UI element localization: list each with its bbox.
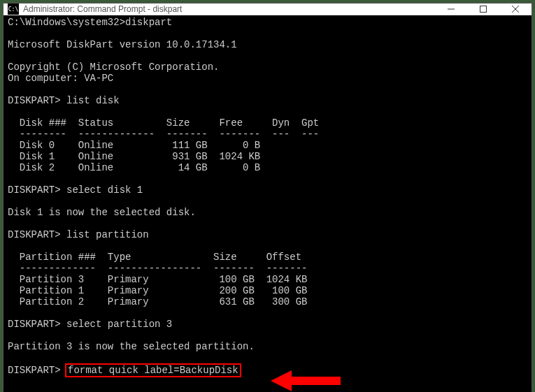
copyright-line: Copyright (C) Microsoft Corporation. [8, 61, 219, 73]
cmd-select-partition: select partition 3 [66, 319, 172, 330]
app-icon-label: C:\ [8, 6, 18, 13]
app-icon: C:\ [8, 3, 19, 15]
cmd-list-partition: list partition [66, 229, 149, 240]
prompt-path: C:\Windows\system32> [8, 17, 125, 28]
window-title: Administrator: Command Prompt - diskpart [23, 4, 435, 14]
disk-header: Disk ### Status Size Free Dyn Gpt [8, 117, 319, 129]
minimize-icon [448, 6, 455, 13]
dp-prompt: DISKPART> [8, 184, 66, 196]
arrow-icon [271, 367, 341, 392]
disk-divider: -------- ------------- ------- ------- -… [8, 129, 319, 140]
window-controls [435, 3, 532, 15]
part-divider: ------------- ---------------- ------- -… [8, 263, 307, 274]
maximize-icon [480, 6, 487, 13]
table-row: Disk 2 Online 14 GB 0 B [8, 162, 260, 173]
cmd-list-disk: list disk [66, 95, 120, 106]
version-line: Microsoft DiskPart version 10.0.17134.1 [8, 39, 237, 50]
part-header: Partition ### Type Size Offset [8, 252, 301, 263]
titlebar[interactable]: C:\ Administrator: Command Prompt - disk… [3, 3, 532, 15]
cmd-select-disk: select disk 1 [66, 184, 143, 196]
annotation-arrow [259, 356, 329, 384]
cmd-format: format quick label=BackupDisk [68, 365, 238, 376]
maximize-button[interactable] [467, 3, 499, 15]
select-part-result: Partition 3 is now the selected partitio… [8, 341, 255, 352]
dp-prompt: DISKPART> [8, 365, 66, 376]
dp-prompt: DISKPART> [8, 95, 66, 106]
minimize-button[interactable] [435, 3, 467, 15]
dp-prompt: DISKPART> [8, 229, 66, 240]
table-row: Partition 2 Primary 631 GB 300 GB [8, 296, 307, 307]
terminal-output[interactable]: C:\Windows\system32>diskpart Microsoft D… [3, 15, 532, 392]
cmd-diskpart: diskpart [125, 17, 172, 28]
table-row: Disk 1 Online 931 GB 1024 KB [8, 151, 260, 162]
table-row: Disk 0 Online 111 GB 0 B [8, 140, 260, 151]
command-prompt-window: C:\ Administrator: Command Prompt - disk… [3, 3, 532, 389]
select-disk-result: Disk 1 is now the selected disk. [8, 207, 196, 218]
highlighted-command: format quick label=BackupDisk [65, 363, 241, 377]
svg-marker-4 [271, 370, 341, 391]
table-row: Partition 1 Primary 200 GB 100 GB [8, 285, 307, 296]
svg-rect-1 [480, 6, 487, 13]
close-button[interactable] [499, 3, 532, 15]
table-row: Partition 3 Primary 100 GB 1024 KB [8, 274, 307, 285]
close-icon [512, 6, 519, 13]
dp-prompt: DISKPART> [8, 319, 66, 330]
computer-line: On computer: VA-PC [8, 73, 113, 84]
